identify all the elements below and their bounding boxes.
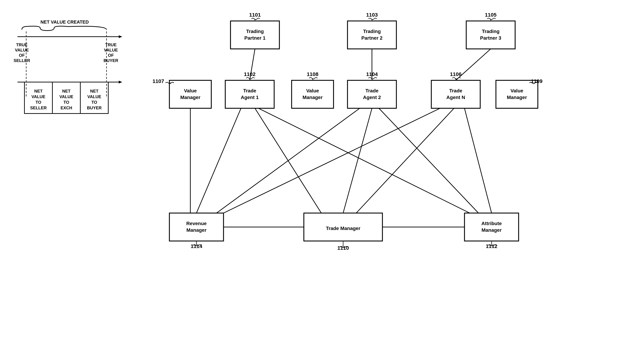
svg-rect-13 xyxy=(466,21,515,49)
tp3-label: Trading xyxy=(482,29,500,34)
attr-mgr-label: Attribute xyxy=(482,221,502,226)
svg-marker-5 xyxy=(119,81,122,84)
true-value-buyer-2: VALUE xyxy=(104,48,118,52)
right-diagram: Trading Partner 1 1101 Trading Partner 2… xyxy=(147,4,632,344)
svg-line-43 xyxy=(379,108,478,213)
true-value-seller-3: OF xyxy=(19,53,24,58)
ta2-label: Trade xyxy=(366,88,378,94)
true-value-seller-4: SELLER xyxy=(14,58,30,63)
tan-label2: Agent N xyxy=(446,95,465,100)
svg-line-41 xyxy=(216,108,360,213)
svg-marker-1 xyxy=(119,35,122,38)
ta1-label2: Agent 1 xyxy=(241,95,259,100)
ref-1105: 1105 xyxy=(485,12,496,18)
svg-rect-9 xyxy=(230,21,280,49)
ref-1108: 1108 xyxy=(307,71,318,77)
tp2-label: Trading xyxy=(363,29,381,34)
tp3-label2: Partner 3 xyxy=(480,35,501,41)
true-value-seller: TRUE xyxy=(16,42,28,47)
vm1-label: Value xyxy=(184,88,196,94)
tan-label: Trade xyxy=(449,88,462,94)
net-value-buyer-4: BUYER xyxy=(87,106,102,110)
svg-rect-19 xyxy=(292,80,334,108)
net-value-seller: NET xyxy=(34,89,42,94)
left-diagram: NET VALUE CREATED TRUE VALUE OF SELLER T… xyxy=(5,14,131,171)
svg-rect-25 xyxy=(496,80,538,108)
vm2-label: Value xyxy=(306,88,319,94)
net-value-buyer-3: TO xyxy=(92,100,97,104)
net-value-exch: NET xyxy=(62,89,70,94)
net-value-seller-2: VALUE xyxy=(32,94,46,99)
true-value-buyer: TRUE xyxy=(105,42,116,47)
trade-mgr-label: Trade Manager xyxy=(326,226,360,231)
svg-rect-11 xyxy=(348,21,396,49)
tp1-label2: Partner 1 xyxy=(244,35,266,41)
svg-line-40 xyxy=(258,108,470,213)
net-value-seller-3: TO xyxy=(36,100,42,104)
ref-1102: 1102 xyxy=(244,71,256,77)
ref-1106: 1106 xyxy=(450,71,462,77)
page: NET VALUE CREATED TRUE VALUE OF SELLER T… xyxy=(0,0,644,347)
svg-line-44 xyxy=(224,108,440,213)
svg-rect-17 xyxy=(225,80,274,108)
svg-line-38 xyxy=(196,108,241,213)
vm1-label2: Manager xyxy=(180,95,200,100)
svg-rect-23 xyxy=(431,80,480,108)
attr-mgr-label2: Manager xyxy=(482,227,502,233)
ref-1103: 1103 xyxy=(366,12,378,18)
svg-line-29 xyxy=(456,49,491,80)
true-value-seller-2: VALUE xyxy=(15,48,29,52)
net-value-buyer-2: VALUE xyxy=(87,94,101,99)
net-value-exch-2: VALUE xyxy=(59,94,73,99)
svg-rect-34 xyxy=(464,213,518,241)
svg-line-42 xyxy=(343,108,372,213)
svg-line-45 xyxy=(356,108,454,213)
svg-rect-21 xyxy=(348,80,396,108)
tp1-label: Trading xyxy=(246,29,264,34)
svg-rect-30 xyxy=(170,213,224,241)
vmn-label: Value xyxy=(510,88,523,94)
ref-1107: 1107 xyxy=(152,78,164,84)
svg-rect-15 xyxy=(170,80,211,108)
net-value-exch-3: TO xyxy=(64,100,69,104)
ta2-label2: Agent 2 xyxy=(363,95,381,100)
ref-1101: 1101 xyxy=(249,12,261,18)
net-value-label: NET VALUE CREATED xyxy=(40,20,89,24)
tp2-label2: Partner 2 xyxy=(361,35,382,41)
true-value-buyer-3: OF xyxy=(108,53,114,58)
rev-mgr-label: Revenue xyxy=(186,221,207,226)
vm2-label2: Manager xyxy=(302,95,322,100)
true-value-buyer-4: BUYER xyxy=(104,58,118,63)
net-value-seller-4: SELLER xyxy=(30,106,47,110)
rev-mgr-label2: Manager xyxy=(186,227,206,233)
vmn-label2: Manager xyxy=(507,95,527,100)
ta1-label: Trade xyxy=(243,88,256,94)
svg-line-46 xyxy=(464,108,492,213)
net-value-buyer: NET xyxy=(90,89,98,94)
net-value-exch-4: EXCH xyxy=(60,106,72,110)
